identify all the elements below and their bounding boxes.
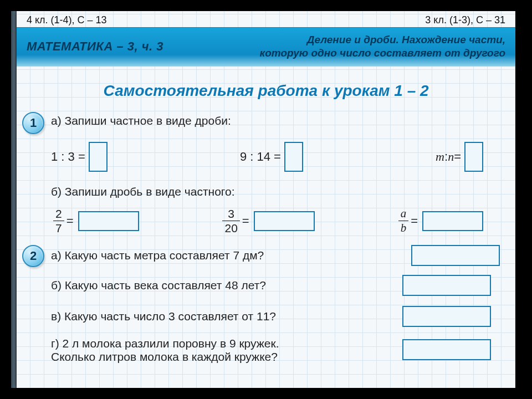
subject-title: МАТЕМАТИКА – 3, ч. 3 — [27, 39, 163, 54]
answer-box[interactable] — [422, 211, 483, 231]
task-1a-equations: 1 : 3 = 9 : 14 = m : n = — [22, 142, 500, 172]
answer-box[interactable] — [402, 339, 491, 360]
task-number-2: 2 — [22, 245, 44, 267]
task-2c: в) Какую часть число 3 составляет от 11? — [22, 306, 500, 327]
task-1a-text: а) Запиши частное в виде дроби: — [51, 112, 500, 130]
eq-m-n: m : n = — [436, 142, 483, 172]
workbook-page: 4 кл. (1-4), С – 13 3 кл. (1-3), С – 31 … — [17, 11, 515, 388]
answer-box[interactable] — [78, 211, 139, 231]
answer-box[interactable] — [402, 306, 491, 327]
task-2: 2 а) Какую часть метра составляет 7 дм? — [22, 245, 500, 267]
task-2a-text: а) Какую часть метра составляет 7 дм? — [51, 247, 411, 264]
frac-3-20: 3 20 = — [220, 208, 314, 234]
answer-box[interactable] — [411, 245, 500, 266]
frac-2-7: 2 7 = — [51, 208, 139, 234]
task-2b-text: б) Какую часть века составляет 48 лет? — [51, 279, 402, 292]
subject-banner: МАТЕМАТИКА – 3, ч. 3 Деление и дроби. На… — [17, 28, 515, 66]
answer-box[interactable] — [284, 142, 303, 172]
topic-line-2: которую одно число составляет от другого — [260, 47, 505, 60]
task-2d-text: г) 2 л молока разлили поровну в 9 кружек… — [51, 337, 402, 364]
topic-title: Деление и дроби. Нахождение части, котор… — [244, 33, 505, 60]
fraction: a b — [398, 208, 409, 234]
fraction: 3 20 — [222, 208, 239, 234]
fraction: 2 7 — [53, 208, 64, 234]
meta-left: 4 кл. (1-4), С – 13 — [27, 14, 107, 26]
answer-box[interactable] — [89, 142, 108, 172]
page-meta: 4 кл. (1-4), С – 13 3 кл. (1-3), С – 31 — [17, 11, 515, 28]
task-2b: б) Какую часть века составляет 48 лет? — [22, 275, 500, 296]
meta-right: 3 кл. (1-3), С – 31 — [425, 14, 505, 26]
answer-box[interactable] — [402, 275, 491, 296]
content-area: 1 а) Запиши частное в виде дроби: 1 : 3 … — [17, 112, 515, 364]
worksheet-heading: Самостоятельная работа к урокам 1 – 2 — [17, 82, 515, 100]
task-2d: г) 2 л молока разлили поровну в 9 кружек… — [22, 337, 500, 364]
frac-a-b: a b = — [396, 208, 483, 234]
eq-9-14: 9 : 14 = — [240, 142, 303, 172]
task-2c-text: в) Какую часть число 3 составляет от 11? — [51, 310, 402, 323]
task-number-1: 1 — [22, 112, 44, 134]
task-1: 1 а) Запиши частное в виде дроби: — [22, 112, 500, 134]
answer-box[interactable] — [464, 142, 483, 172]
topic-line-1: Деление и дроби. Нахождение части, — [260, 33, 505, 47]
eq-1-3: 1 : 3 = — [51, 142, 108, 172]
task-1b-text: б) Запиши дробь в виде частного: — [22, 183, 500, 201]
answer-box[interactable] — [254, 211, 315, 231]
task-1b-equations: 2 7 = 3 20 = a b = — [22, 208, 500, 234]
